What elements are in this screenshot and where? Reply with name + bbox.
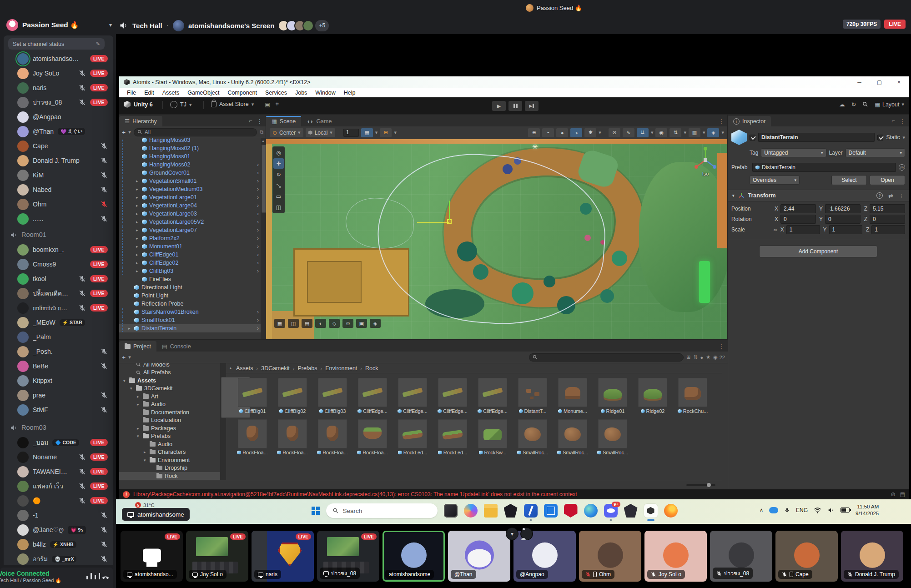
mcafee-icon[interactable]	[564, 504, 578, 518]
expander-icon[interactable]	[144, 458, 146, 462]
create-asset-caret[interactable]: ▾	[128, 354, 131, 360]
disconnect-call-icon[interactable]	[101, 573, 110, 582]
z-value-field[interactable]: 5.15	[870, 204, 905, 213]
expander-icon[interactable]	[136, 187, 138, 191]
prefab-field[interactable]: DistantTerrain	[752, 163, 896, 172]
transform-component-header[interactable]: ▾ Transform ?⇄⋮	[728, 190, 909, 201]
hierarchy-item[interactable]: VegetationLarge07 ›	[119, 226, 261, 234]
asset-item[interactable]: DistantT...	[513, 378, 553, 414]
hidden-count[interactable]: ◉ 22	[713, 354, 725, 360]
stream-title[interactable]: atomishandsome's Screen	[188, 22, 274, 30]
unity-titlebar[interactable]: Atomix - Start - Windows, Mac, Linux - U…	[119, 76, 909, 88]
grid-size-field[interactable]: 1	[343, 129, 359, 137]
project-tree-item[interactable]: Audio	[119, 401, 220, 409]
voice-user-row[interactable]: Cmoss9 LIVE	[4, 257, 113, 271]
voice-user-row[interactable]: Cape	[4, 139, 113, 153]
expander-icon[interactable]	[144, 450, 146, 454]
lighting-toggle[interactable]: ◓	[542, 128, 554, 137]
project-tree-item[interactable]: Packages	[119, 424, 220, 432]
project-tree-item[interactable]: Rock	[119, 472, 220, 480]
help-icon[interactable]: ?	[876, 192, 883, 199]
hierarchy-item[interactable]: SmallRock01 ›	[119, 316, 261, 324]
language-indicator[interactable]: ENG	[796, 507, 808, 513]
tab-scene[interactable]: ▦Scene	[266, 116, 301, 126]
onedrive-icon[interactable]	[769, 507, 778, 513]
cloud-icon[interactable]: ☁	[839, 101, 845, 108]
gizmos-toggle[interactable]: ◈	[707, 128, 719, 137]
voice-user-row[interactable]: boomkxn_. LIVE	[4, 242, 113, 257]
chevron-right-icon[interactable]: ›	[257, 161, 259, 168]
microphone-icon[interactable]	[784, 507, 790, 514]
chevron-right-icon[interactable]: ›	[257, 243, 259, 250]
hierarchy-item[interactable]: FireFlies	[119, 275, 261, 283]
quality-badge[interactable]: 720p 30FPS	[843, 20, 881, 29]
room03-header[interactable]: Room03	[4, 421, 113, 434]
move-gizmo-y-axis[interactable]	[449, 201, 450, 220]
asset-item[interactable]: RockFloa...	[232, 419, 272, 455]
participant-tile[interactable]: Ohm	[579, 531, 641, 582]
project-tree-item[interactable]: Audio	[119, 440, 220, 448]
minimize-button[interactable]: ─	[857, 79, 861, 85]
y-value-field[interactable]: 0	[825, 215, 861, 224]
expander-icon[interactable]	[136, 228, 138, 232]
expander-icon[interactable]	[137, 426, 139, 431]
hierarchy-item[interactable]: CliffEdge01 ›	[119, 251, 261, 259]
project-tree-item[interactable]: Documentation	[119, 408, 220, 417]
hierarchy-item[interactable]: VegetationLarge04 ›	[119, 201, 261, 210]
menu-item[interactable]: Assets	[158, 90, 184, 96]
asset-item[interactable]: SmallRoc...	[513, 419, 553, 455]
discord-stream-overlay[interactable]: atomishandsome	[122, 508, 190, 521]
rotate-tool[interactable]: ↻	[273, 169, 284, 180]
voice-user-row[interactable]: b4llz ⚡XNHB	[4, 537, 113, 552]
hierarchy-item[interactable]: VegetationLarge03 ›	[119, 210, 261, 218]
maximize-button[interactable]: ▢	[877, 79, 882, 85]
collab-icon[interactable]: ⇅	[693, 354, 697, 360]
chevron-right-icon[interactable]: ›	[257, 186, 259, 192]
project-tree-item[interactable]: All Models	[119, 363, 220, 369]
asset-item[interactable]: CliffEdge...	[473, 378, 513, 414]
expander-icon[interactable]	[137, 402, 139, 407]
hierarchy-item[interactable]: CliffEdge02 ›	[119, 259, 261, 267]
compass-icon[interactable]: ◈	[370, 319, 381, 328]
chevron-right-icon[interactable]: ›	[257, 194, 259, 201]
breadcrumb-segment[interactable]: Rock	[365, 365, 378, 372]
asset-item[interactable]: CliffEdge...	[352, 378, 393, 414]
asset-item[interactable]: Monume...	[553, 378, 593, 414]
discord-icon[interactable]: 9+	[604, 504, 618, 518]
static-checkbox[interactable]	[877, 135, 883, 141]
open-button[interactable]: Open	[870, 175, 905, 185]
asset-item[interactable]: Ridge02	[633, 378, 673, 414]
voice-user-row[interactable]: ......	[4, 211, 113, 226]
panel-menu-icon[interactable]: ⋮	[719, 343, 725, 350]
volume-icon[interactable]	[827, 507, 835, 513]
create-asset-button[interactable]: +	[122, 354, 126, 361]
participant-tile[interactable]: บ่าวชง_08	[710, 531, 772, 582]
grid-icon[interactable]: ▦	[274, 319, 285, 328]
expander-icon[interactable]	[136, 236, 138, 241]
chevron-right-icon[interactable]: ›	[257, 235, 259, 241]
expander-icon[interactable]	[136, 244, 138, 249]
console-log-icon[interactable]: ▤	[900, 491, 905, 498]
menu-item[interactable]: Component	[223, 90, 261, 96]
hierarchy-item[interactable]: CliffBig03 ›	[119, 267, 261, 275]
chevron-right-icon[interactable]: ›	[257, 251, 259, 258]
chevron-right-icon[interactable]: ›	[257, 309, 259, 315]
hierarchy-search-input[interactable]: All	[134, 128, 257, 136]
z-value-field[interactable]: 1	[871, 225, 905, 234]
chevron-right-icon[interactable]: ›	[257, 317, 259, 323]
overrides-dropdown[interactable]: Overrides▾	[750, 176, 800, 185]
unity-editor-icon[interactable]	[644, 504, 658, 518]
unity-statusbar[interactable]: Library\PackageCache\com.unity.ai.naviga…	[119, 489, 909, 499]
voice-user-row[interactable]: KiM	[4, 168, 113, 182]
asset-item[interactable]: RockFloa...	[312, 419, 352, 455]
move-gizmo-center[interactable]	[447, 219, 452, 224]
participant-tile[interactable]: LIVE Joy SoLo	[186, 531, 248, 582]
start-button[interactable]	[312, 507, 320, 515]
participant-tile[interactable]: Donald J. Trump	[841, 531, 903, 582]
transform-tool[interactable]: ◫	[273, 202, 284, 212]
voice-user-row[interactable]: TAWANEIEIEIO... LIVE	[4, 464, 113, 479]
hierarchy-item[interactable]: VegetationMedium03 ›	[119, 185, 261, 193]
expander-icon[interactable]	[136, 269, 138, 273]
voice-user-row[interactable]: Kitppxt	[4, 373, 113, 388]
undo-history-icon[interactable]: ↻	[851, 101, 856, 108]
